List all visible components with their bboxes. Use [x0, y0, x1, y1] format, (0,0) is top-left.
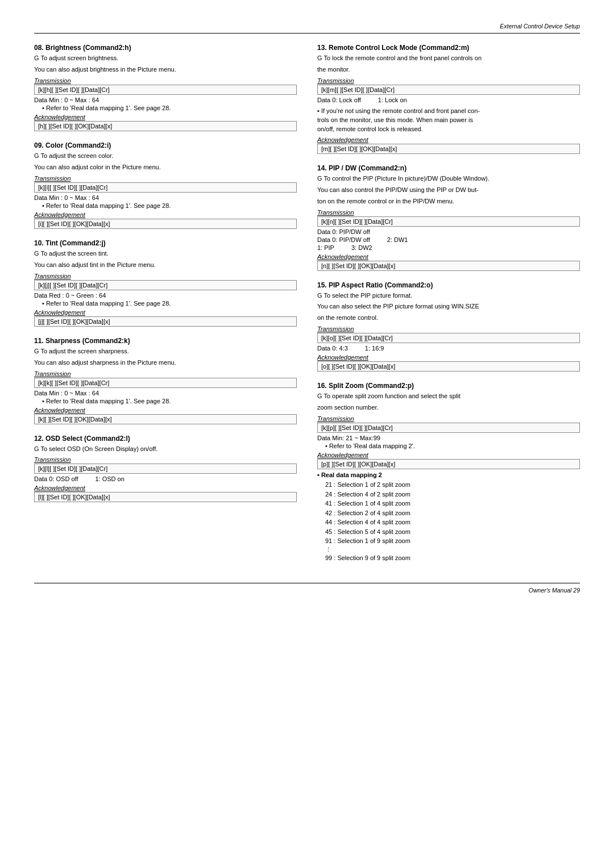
- data-right-0: 1: OSD on: [95, 475, 124, 482]
- ack-label: Acknowledgement: [317, 354, 580, 361]
- body-line-1: the monitor.: [317, 65, 580, 74]
- transmission-label: Transmission: [317, 77, 580, 84]
- ack-code-box: [h][ ][Set ID][ ][OK][Data][x]: [34, 121, 297, 131]
- bullet-0: • Refer to 'Real data mapping 1'. See pa…: [42, 202, 297, 209]
- tx-code-box: [k][l][ ][Set ID][ ][Data][Cr]: [34, 464, 297, 474]
- transmission-label: Transmission: [34, 370, 297, 377]
- ack-code-box: [i][ ][Set ID][ ][OK][Data][x]: [34, 219, 297, 229]
- ack-label: Acknowledgement: [317, 253, 580, 260]
- section-s08: 08. Brightness (Command2:h)G To adjust s…: [34, 44, 297, 131]
- ack-code-box: [p][ ][Set ID][ ][OK][Data][x]: [317, 459, 580, 469]
- transmission-label: Transmission: [34, 456, 297, 463]
- rdm-last: 99 : Selection 9 of 9 split zoom: [317, 553, 580, 563]
- ack-label: Acknowledgement: [34, 114, 297, 120]
- footer-text: Owner's Manual 29: [529, 587, 580, 594]
- data-grid-row-1: 1: PIP3: DW2: [317, 244, 580, 251]
- rdm-item-3: 42 : Selection 2 of 4 split zoom: [325, 508, 580, 518]
- body-line-1: You can also adjust color in the Picture…: [34, 163, 297, 172]
- bullet-0: • Refer to 'Real data mapping 2'.: [325, 443, 580, 449]
- data-row-0: Data 0: OSD off1: OSD on: [34, 475, 297, 482]
- tx-code-box: [k][i][ ][Set ID][ ][Data][Cr]: [34, 182, 297, 193]
- section-title-s14: 14. PIP / DW (Command2:n): [317, 164, 580, 172]
- data-grid-row-0: Data 0: PIP/DW off2: DW1: [317, 236, 580, 243]
- ack-code-box: [m][ ][Set ID][ ][OK][Data][x]: [317, 144, 580, 154]
- transmission-label: Transmission: [317, 209, 580, 216]
- ack-label: Acknowledgement: [34, 407, 297, 414]
- ack-code-box: [k][ ][Set ID][ ][OK][Data][x]: [34, 414, 297, 424]
- page-header: External Control Device Setup: [34, 23, 580, 34]
- left-column: 08. Brightness (Command2:h)G To adjust s…: [34, 44, 297, 573]
- section-s15: 15. PIP Aspect Ratio (Command2:o)G To se…: [317, 281, 580, 372]
- ack-code-box: [l][ ][Set ID][ ][OK][Data][x]: [34, 492, 297, 502]
- ack-label: Acknowledgement: [317, 136, 580, 143]
- data-right-0: 1: Lock on: [378, 97, 407, 103]
- ack-code-box: [o][ ][Set ID][ ][OK][Data][x]: [317, 361, 580, 372]
- data-grid-right-0: 2: DW1: [387, 236, 408, 243]
- ack-label: Acknowledgement: [317, 452, 580, 458]
- data-left-0: Data 0: 4:3: [317, 345, 348, 352]
- body-line-1: You can also control the PIP/DW using th…: [317, 186, 580, 195]
- section-title-s15: 15. PIP Aspect Ratio (Command2:o): [317, 281, 580, 289]
- body-line-0: G To select the PIP picture format.: [317, 291, 580, 301]
- body-line-0: G To adjust the screen color.: [34, 152, 297, 161]
- body-line-0: G To select OSD (On Screen Display) on/o…: [34, 445, 297, 454]
- section-title-s08: 08. Brightness (Command2:h): [34, 44, 297, 52]
- data-line-0: Data Min : 0 ~ Max : 64: [34, 194, 297, 201]
- data-row-0: Data 0: 4:31: 16:9: [317, 345, 580, 352]
- data-row-0: Data 0: Lock off1: Lock on: [317, 97, 580, 103]
- section-title-s09: 09. Color (Command2:i): [34, 141, 297, 149]
- section-s10: 10. Tint (Command2:j)G To adjust the scr…: [34, 239, 297, 327]
- bullet-0: • Refer to 'Real data mapping 1'. See pa…: [42, 300, 297, 307]
- data-line-0: Data Min: 21 ~ Max:99: [317, 435, 580, 441]
- rdm-list: 21 : Selection 1 of 2 split zoom24 : Sel…: [317, 480, 580, 546]
- section-s09: 09. Color (Command2:i)G To adjust the sc…: [34, 141, 297, 229]
- header-title: External Control Device Setup: [500, 23, 580, 30]
- rdm-title: • Real data mapping 2: [317, 471, 580, 478]
- page: External Control Device Setup 08. Bright…: [0, 0, 614, 868]
- transmission-label: Transmission: [317, 326, 580, 332]
- tx-code-box: [k][p][ ][Set ID][ ][Data][Cr]: [317, 423, 580, 433]
- page-footer: Owner's Manual 29: [34, 583, 580, 594]
- rdm-item-1: 24 : Selection 4 of 2 split zoom: [325, 490, 580, 499]
- main-content: 08. Brightness (Command2:h)G To adjust s…: [34, 44, 580, 573]
- data-grid-left-0: Data 0: PIP/DW off: [317, 236, 370, 243]
- body-line-0: G To adjust the screen sharpness.: [34, 347, 297, 356]
- note-block: • If you're not using the remote control…: [317, 107, 580, 134]
- rdm-item-0: 21 : Selection 1 of 2 split zoom: [325, 480, 580, 490]
- section-s14: 14. PIP / DW (Command2:n)G To control th…: [317, 164, 580, 271]
- data-grid-left-1: 1: PIP: [317, 244, 334, 251]
- rdm-item-2: 41 : Selection 1 of 4 split zoom: [325, 499, 580, 508]
- section-s12: 12. OSD Select (Command2:l)G To select O…: [34, 435, 297, 503]
- data-right-0: 1: 16:9: [365, 345, 384, 352]
- section-s16: 16. Split Zoom (Command2:p)G To operate …: [317, 382, 580, 562]
- ack-code-box: [n][ ][Set ID][ ][OK][Data][x]: [317, 261, 580, 271]
- data-grid-right-1: 3: DW2: [351, 244, 372, 251]
- rdm-item-6: 91 : Selection 1 of 9 split zoom: [325, 536, 580, 546]
- rdm-item-4: 44 : Selection 4 of 4 split zoom: [325, 518, 580, 527]
- section-title-s13: 13. Remote Control Lock Mode (Command2:m…: [317, 44, 580, 52]
- body-line-2: ton on the remote control or in the PIP/…: [317, 197, 580, 206]
- ack-label: Acknowledgement: [34, 485, 297, 491]
- tx-code-box: [k][o][ ][Set ID][ ][Data][Cr]: [317, 333, 580, 343]
- ack-label: Acknowledgement: [34, 211, 297, 218]
- note-line-2: on/off, remote control lock is released.: [317, 125, 580, 134]
- tx-code-box: [k][j][ ][Set ID][ ][Data][Cr]: [34, 280, 297, 290]
- body-line-1: You can also adjust tint in the Picture …: [34, 261, 297, 270]
- section-title-s10: 10. Tint (Command2:j): [34, 239, 297, 247]
- bullet-0: • Refer to 'Real data mapping 1'. See pa…: [42, 398, 297, 404]
- section-title-s11: 11. Sharpness (Command2:k): [34, 337, 297, 345]
- tx-code-box: [k][n][ ][Set ID][ ][Data][Cr]: [317, 216, 580, 227]
- tx-code-box: [k][h][ ][Set ID][ ][Data][Cr]: [34, 85, 297, 95]
- section-s11: 11. Sharpness (Command2:k)G To adjust th…: [34, 337, 297, 424]
- transmission-label: Transmission: [34, 175, 297, 182]
- body-line-0: G To adjust the screen tint.: [34, 249, 297, 258]
- body-line-0: G To control the PIP (Picture In picture…: [317, 174, 580, 183]
- data-line-0: Data 0: PIP/DW off: [317, 228, 580, 235]
- real-data-mapping: • Real data mapping 221 : Selection 1 of…: [317, 471, 580, 562]
- section-title-s12: 12. OSD Select (Command2:l): [34, 435, 297, 443]
- data-line-0: Data Min : 0 ~ Max : 64: [34, 97, 297, 103]
- right-column: 13. Remote Control Lock Mode (Command2:m…: [317, 44, 580, 573]
- note-line-1: trols on the monitor, use this mode. Whe…: [317, 116, 580, 125]
- section-title-s16: 16. Split Zoom (Command2:p): [317, 382, 580, 390]
- section-s13: 13. Remote Control Lock Mode (Command2:m…: [317, 44, 580, 154]
